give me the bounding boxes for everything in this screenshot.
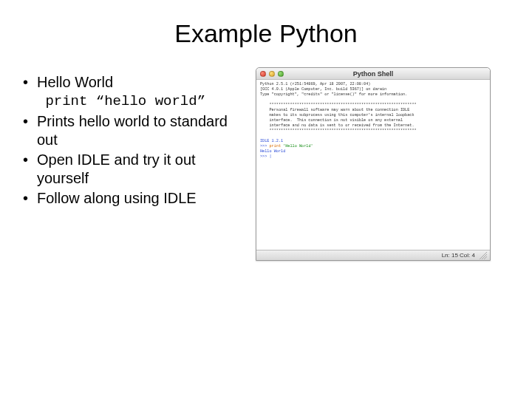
status-bar: Ln: 15 Col: 4 — [256, 250, 490, 260]
shell-line: Personal firewall software may warn abou… — [260, 108, 409, 112]
close-icon[interactable] — [260, 71, 266, 77]
bullet-item: Hello World — [21, 73, 250, 92]
bullet-item: Open IDLE and try it out yourself — [21, 151, 250, 188]
shell-line: Type "copyright", "credits" or "license(… — [260, 92, 407, 97]
prompt: >>> — [260, 144, 269, 149]
shell-body[interactable]: Python 2.5.1 (r251:54869, Apr 18 2007, 2… — [256, 80, 490, 250]
bullet-text: Follow along using IDLE — [37, 190, 197, 206]
bullet-text: Prints hello world to standard out — [37, 113, 228, 148]
string-literal: 'Hello World' — [281, 144, 313, 149]
shell-line: [GCC 4.0.1 (Apple Computer, Inc. build 5… — [260, 87, 386, 92]
slide-title: Example Python — [21, 19, 511, 48]
shell-line: ****************************************… — [260, 129, 417, 133]
minimize-icon[interactable] — [269, 71, 275, 77]
shell-line: interface. This connection is not visibl… — [260, 118, 403, 123]
print-keyword: print — [269, 144, 281, 149]
bullet-text: Hello World — [37, 74, 113, 90]
bullet-item: Prints hello world to standard out — [21, 112, 250, 149]
cursor-position: Ln: 15 Col: 4 — [442, 252, 475, 259]
idle-version: IDLE 1.2.1 — [260, 139, 283, 143]
traffic-lights — [260, 71, 284, 77]
prompt-cursor: >>> | — [260, 154, 272, 159]
code-line: print “hello world” — [37, 93, 250, 111]
shell-line: interface and no data is sent to or rece… — [260, 123, 415, 128]
bullet-list: Hello World print “hello world” Prints h… — [21, 73, 250, 267]
window-titlebar: Python Shell — [256, 68, 490, 80]
content-row: Hello World print “hello world” Prints h… — [21, 73, 511, 267]
shell-line: ****************************************… — [260, 103, 417, 107]
window-title: Python Shell — [256, 70, 490, 78]
bullet-text: Open IDLE and try it out yourself — [37, 151, 196, 186]
screenshot-wrap: Python Shell Python 2.5.1 (r251:54869, A… — [256, 73, 511, 267]
resize-grip-icon[interactable] — [480, 252, 487, 259]
output-line: Hello World — [260, 149, 285, 154]
shell-line: Python 2.5.1 (r251:54869, Apr 18 2007, 2… — [260, 82, 370, 86]
shell-line: makes to its subprocess using this compu… — [260, 113, 415, 117]
python-shell-window: Python Shell Python 2.5.1 (r251:54869, A… — [256, 67, 491, 261]
zoom-icon[interactable] — [278, 71, 284, 77]
slide: Example Python Hello World print “hello … — [0, 0, 532, 399]
bullet-item: Follow along using IDLE — [21, 189, 250, 208]
